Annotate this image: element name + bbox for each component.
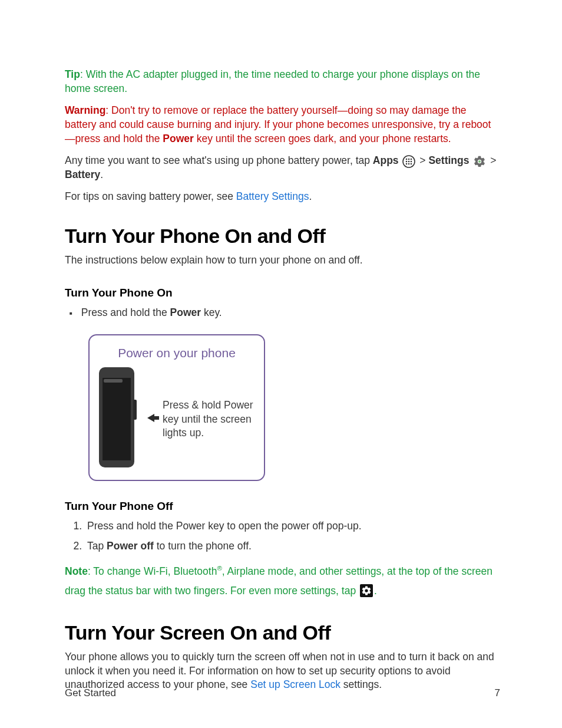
svg-point-8 [408, 163, 410, 164]
apps-label: Apps [373, 154, 399, 166]
warning-power-word: Power [163, 133, 194, 144]
gt-2: > [487, 154, 496, 166]
svg-marker-15 [147, 414, 159, 422]
heading-turn-screen-on-off: Turn Your Screen On and Off [65, 620, 500, 647]
heading-turn-phone-on-off: Turn Your Phone On and Off [65, 223, 500, 250]
battery-label: Battery [65, 169, 100, 180]
svg-point-7 [406, 163, 408, 164]
svg-point-9 [411, 163, 412, 164]
bullet-power: Power [170, 307, 201, 318]
phone-illustration [99, 367, 140, 472]
tip-text: : With the AC adapter plugged in, the ti… [65, 68, 480, 94]
note-post: . [374, 585, 377, 597]
note-text-1: : To change Wi-Fi, Bluetooth [88, 565, 217, 577]
battery-period: . [100, 169, 103, 180]
list-item: Tap Power off to turn the phone off. [85, 539, 500, 554]
svg-rect-14 [133, 400, 137, 420]
step2-pre: Tap [87, 540, 107, 552]
tips-post: . [309, 190, 312, 202]
turn-off-steps: Press and hold the Power key to open the… [65, 519, 500, 553]
figure-caption-wrap: Press & hold Power key until the screen … [147, 398, 254, 440]
note-label: Note [65, 565, 88, 577]
tip-label: Tip [65, 68, 80, 80]
step2-bold: Power off [107, 540, 154, 552]
list-item: Press and hold the Power key. [80, 306, 500, 320]
footer-page-number: 7 [495, 687, 500, 700]
settings-label: Settings [428, 154, 469, 166]
page-footer: Get Started 7 [65, 687, 500, 700]
h1b-subtext: Your phone allows you to quickly turn th… [65, 650, 500, 692]
arrow-left-icon [147, 413, 159, 427]
power-on-figure: Power on your phone Press & hold Power k… [88, 334, 265, 481]
apps-grid-icon [402, 155, 415, 168]
turn-on-list: Press and hold the Power key. [65, 306, 500, 320]
svg-point-2 [408, 158, 410, 160]
registered-mark: ® [217, 565, 222, 572]
bullet-pre: Press and hold the [81, 307, 170, 318]
tips-pre: For tips on saving battery power, see [65, 190, 236, 202]
h1a-subtext: The instructions below explain how to tu… [65, 253, 500, 268]
list-item: Press and hold the Power key to open the… [85, 519, 500, 533]
warning-paragraph: Warning: Don't try to remove or replace … [65, 104, 500, 146]
bullet-post: key. [201, 307, 222, 318]
battery-path-paragraph: Any time you want to see what's using up… [65, 154, 500, 182]
heading-turn-phone-off: Turn Your Phone Off [65, 499, 500, 514]
figure-title: Power on your phone [99, 345, 254, 361]
svg-point-6 [411, 160, 412, 162]
warning-label: Warning [65, 104, 105, 116]
gt-1: > [416, 154, 428, 166]
svg-rect-12 [103, 378, 131, 460]
svg-point-4 [406, 160, 408, 162]
step1-text: Press and hold the Power key to open the… [87, 520, 362, 532]
step2-post: to turn the phone off. [154, 540, 252, 552]
heading-turn-phone-on: Turn Your Phone On [65, 285, 500, 301]
svg-point-3 [411, 158, 412, 160]
note-paragraph: Note: To change Wi-Fi, Bluetooth®, Airpl… [65, 562, 500, 601]
footer-section: Get Started [65, 687, 116, 700]
svg-point-1 [406, 158, 408, 160]
battery-tips-line: For tips on saving battery power, see Ba… [65, 190, 500, 204]
svg-rect-13 [104, 379, 123, 383]
tip-paragraph: Tip: With the AC adapter plugged in, the… [65, 68, 500, 95]
svg-point-10 [478, 160, 481, 162]
settings-gear-icon [473, 155, 486, 168]
battery-path-pre: Any time you want to see what's using up… [65, 154, 373, 166]
warning-text-2: key until the screen goes dark, and your… [194, 133, 451, 144]
svg-point-5 [408, 160, 410, 162]
settings-square-icon [360, 584, 373, 597]
battery-settings-link[interactable]: Battery Settings [236, 190, 309, 202]
figure-caption-text: Press & hold Power key until the screen … [163, 398, 254, 440]
